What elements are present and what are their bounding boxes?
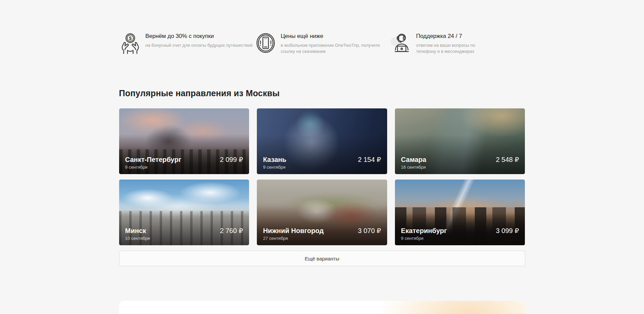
destinations-grid: Санкт-Петербург 9 сентября 2 099 ₽ Казан… — [119, 108, 525, 245]
feature-subtitle: в мобильном приложении OneTwoTrip, получ… — [281, 42, 382, 55]
card-date: 9 сентября — [401, 236, 447, 241]
feature-subtitle: ответим на ваши вопросы по телефону и в … — [416, 42, 488, 55]
support-agent-icon — [390, 32, 412, 54]
destination-card-kazan[interactable]: Казань 9 сентября 2 154 ₽ — [257, 108, 387, 174]
page: $ Вернём до 30% с покупки на бонусный сч… — [0, 0, 644, 314]
card-info: Санкт-Петербург 9 сентября 2 099 ₽ — [125, 155, 243, 170]
popular-destinations-heading: Популярные направления из Москвы — [119, 88, 525, 98]
cashback-hands-coin-icon: $ — [119, 32, 141, 54]
card-price: 3 099 ₽ — [496, 227, 519, 235]
feature-title: Вернём до 30% с покупки — [146, 33, 253, 40]
feature-cashback: $ Вернём до 30% с покупки на бонусный сч… — [119, 32, 254, 55]
destination-card-nizhny-novgorod[interactable]: Нижний Новгород 27 сентября 3 070 ₽ — [257, 180, 387, 245]
feature-support: Поддержка 24 / 7 ответим на ваши вопросы… — [390, 32, 525, 55]
promo-section-partial — [119, 301, 525, 314]
card-city-name: Нижний Новгород — [263, 227, 324, 235]
card-info: Казань 9 сентября 2 154 ₽ — [263, 155, 381, 170]
card-city-name: Санкт-Петербург — [125, 155, 181, 164]
card-price: 2 548 ₽ — [496, 155, 519, 164]
svg-text:$: $ — [129, 36, 131, 41]
card-info: Минск 10 сентября 2 760 ₽ — [125, 227, 243, 241]
destination-card-spb[interactable]: Санкт-Петербург 9 сентября 2 099 ₽ — [119, 108, 249, 174]
card-city-name: Минск — [125, 227, 150, 235]
card-info: Нижний Новгород 27 сентября 3 070 ₽ — [263, 227, 381, 241]
card-date: 9 сентября — [263, 165, 286, 170]
feature-mobile-app: Цены ещё ниже в мобильном приложении One… — [254, 32, 390, 55]
features-row: $ Вернём до 30% с покупки на бонусный сч… — [119, 0, 525, 55]
feature-subtitle: на бонусный счет для оплаты будущих путе… — [146, 42, 253, 48]
more-options-button[interactable]: Ещё варианты — [119, 251, 525, 266]
card-info: Самара 16 сентября 2 548 ₽ — [401, 155, 519, 170]
card-city-name: Самара — [401, 155, 426, 164]
card-price: 2 760 ₽ — [220, 227, 243, 235]
card-date: 27 сентября — [263, 236, 324, 241]
mobile-app-phone-icon — [254, 32, 277, 54]
card-date: 16 сентября — [401, 165, 426, 170]
card-date: 10 сентября — [125, 236, 150, 241]
card-info: Екатеринбург 9 сентября 3 099 ₽ — [401, 227, 519, 241]
destination-card-minsk[interactable]: Минск 10 сентября 2 760 ₽ — [119, 180, 249, 245]
card-city-name: Казань — [263, 155, 286, 164]
card-price: 3 070 ₽ — [358, 227, 381, 235]
destination-card-samara[interactable]: Самара 16 сентября 2 548 ₽ — [395, 108, 525, 174]
destination-card-ekaterinburg[interactable]: Екатеринбург 9 сентября 3 099 ₽ — [395, 180, 525, 245]
card-price: 2 154 ₽ — [358, 155, 381, 164]
card-city-name: Екатеринбург — [401, 227, 447, 235]
card-price: 2 099 ₽ — [220, 155, 243, 164]
card-date: 9 сентября — [125, 165, 181, 170]
feature-title: Цены ещё ниже — [281, 33, 382, 40]
feature-title: Поддержка 24 / 7 — [416, 33, 488, 40]
